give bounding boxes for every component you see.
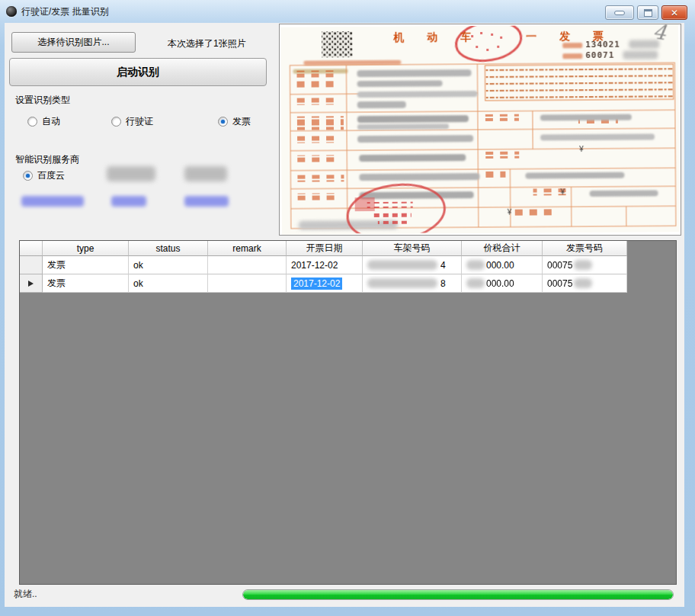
column-header-type[interactable]: type bbox=[43, 241, 129, 256]
radio-baidu-cloud[interactable]: 百度云 bbox=[23, 169, 65, 182]
radio-baidu-cloud-icon bbox=[23, 171, 33, 181]
radio-baidu-cloud-label: 百度云 bbox=[37, 169, 65, 182]
invoice-title-left: 机 动 车 bbox=[393, 30, 481, 45]
column-header-remark[interactable]: remark bbox=[208, 241, 287, 256]
cell-invoice-number[interactable]: 00075 bbox=[543, 256, 627, 274]
window-title: 行驶证/发票 批量识别 bbox=[21, 5, 109, 18]
radio-auto-label: 自动 bbox=[42, 115, 60, 128]
redacted-amount-prefix bbox=[466, 278, 485, 288]
cell-invoice-date[interactable]: 2017-12-02 bbox=[287, 256, 363, 274]
cell-type[interactable]: 发票 bbox=[43, 256, 129, 274]
maximize-button[interactable] bbox=[637, 5, 658, 20]
cell-type[interactable]: 发票 bbox=[43, 274, 129, 293]
table-header-row: type status remark 开票日期 车架号码 价税合计 发票号码 bbox=[20, 241, 676, 256]
redacted-invoice-number-tail bbox=[574, 278, 592, 288]
select-images-button[interactable]: 选择待识别图片... bbox=[11, 32, 136, 53]
invoice-preview-panel: 机 动 车 一 发 票 134021 60071 4 ¥ ¥ ¥ bbox=[279, 24, 681, 236]
amount-value: 000.00 bbox=[486, 260, 514, 271]
invoice-number-value: 60071 bbox=[585, 50, 614, 60]
frame-number-suffix: 4 bbox=[440, 260, 446, 271]
cell-status[interactable]: ok bbox=[129, 256, 208, 274]
radio-driving-license[interactable]: 行驶证 bbox=[111, 115, 153, 128]
cell-total-amount[interactable]: 000.00 bbox=[462, 256, 543, 274]
table-row[interactable]: 发票 ok 2017-12-02 4 000.00 00075 bbox=[20, 256, 676, 274]
service-provider-label: 智能识别服务商 bbox=[15, 153, 79, 166]
row-header-current[interactable] bbox=[20, 274, 43, 293]
currency-mark: ¥ bbox=[508, 208, 512, 217]
app-icon bbox=[6, 6, 17, 17]
cell-frame-number[interactable]: 4 bbox=[363, 256, 462, 274]
redacted-link-3[interactable] bbox=[184, 196, 229, 207]
invoice-number-prefix: 00075 bbox=[547, 260, 572, 271]
cell-total-amount[interactable]: 000.00 bbox=[462, 274, 543, 293]
title-bar[interactable]: 行驶证/发票 批量识别 ✕ bbox=[0, 0, 695, 23]
redacted-amount-prefix bbox=[466, 260, 485, 270]
amount-value: 000.00 bbox=[486, 278, 514, 289]
invoice-code-label-redacted bbox=[562, 43, 582, 48]
cell-invoice-number[interactable]: 00075 bbox=[543, 274, 627, 293]
invoice-photo: 机 动 车 一 发 票 134021 60071 4 ¥ ¥ ¥ bbox=[280, 24, 680, 235]
status-text: 就绪.. bbox=[14, 588, 37, 601]
column-header-invoice-number[interactable]: 发票号码 bbox=[543, 241, 627, 256]
window-controls: ✕ bbox=[605, 5, 687, 20]
radio-driving-license-icon bbox=[111, 117, 121, 127]
radio-driving-license-label: 行驶证 bbox=[126, 115, 153, 128]
redacted-provider-option-1 bbox=[107, 166, 155, 181]
progress-bar bbox=[242, 589, 674, 600]
cell-remark[interactable] bbox=[208, 274, 287, 293]
current-row-arrow-icon bbox=[28, 281, 34, 287]
redacted-link-1[interactable] bbox=[21, 196, 84, 207]
radio-auto-icon bbox=[27, 117, 37, 127]
app-window: 行驶证/发票 批量识别 ✕ 选择待识别图片... 本次选择了1张照片 启动识别 … bbox=[0, 0, 695, 616]
cell-frame-number[interactable]: 8 bbox=[363, 274, 462, 293]
minimize-icon bbox=[614, 11, 625, 15]
frame-number-suffix: 8 bbox=[440, 278, 446, 289]
invoice-code-value: 134021 bbox=[585, 40, 620, 50]
currency-mark: ¥ bbox=[561, 188, 565, 196]
recognition-type-label: 设置识别类型 bbox=[15, 94, 70, 107]
minimize-button[interactable] bbox=[605, 5, 634, 20]
redacted-provider-option-2 bbox=[184, 166, 227, 181]
currency-mark: ¥ bbox=[579, 145, 584, 153]
table-row-selected[interactable]: 发票 ok 2017-12-02 8 000.00 00075 bbox=[20, 274, 676, 293]
row-header[interactable] bbox=[20, 256, 43, 274]
invoice-photo-decoration bbox=[280, 24, 679, 234]
radio-invoice[interactable]: 发票 bbox=[218, 115, 251, 128]
invoice-number-redacted-tail bbox=[623, 50, 658, 59]
cell-status[interactable]: ok bbox=[129, 274, 208, 293]
radio-invoice-label: 发票 bbox=[232, 115, 251, 128]
redacted-link-2[interactable] bbox=[111, 196, 146, 207]
results-table: type status remark 开票日期 车架号码 价税合计 发票号码 发… bbox=[19, 240, 677, 585]
cell-invoice-date-selected[interactable]: 2017-12-02 bbox=[287, 274, 363, 293]
close-icon: ✕ bbox=[671, 8, 678, 18]
maximize-icon bbox=[644, 9, 652, 17]
client-area: 选择待识别图片... 本次选择了1张照片 启动识别 设置识别类型 自动 行驶证 … bbox=[5, 23, 684, 607]
close-button[interactable]: ✕ bbox=[661, 5, 687, 20]
column-header-frame-number[interactable]: 车架号码 bbox=[363, 241, 462, 256]
radio-invoice-icon bbox=[218, 117, 228, 127]
selection-count-label: 本次选择了1张照片 bbox=[168, 37, 246, 50]
start-recognition-button[interactable]: 启动识别 bbox=[9, 58, 267, 86]
cell-remark[interactable] bbox=[208, 256, 287, 274]
invoice-number-prefix: 00075 bbox=[547, 278, 572, 289]
invoice-number-label-redacted bbox=[562, 53, 582, 59]
column-header-total-amount[interactable]: 价税合计 bbox=[462, 241, 543, 256]
redacted-invoice-number-tail bbox=[574, 260, 592, 270]
redacted-frame-number bbox=[367, 278, 437, 288]
progress-fill bbox=[243, 590, 673, 599]
selected-date-value: 2017-12-02 bbox=[291, 278, 342, 290]
radio-auto[interactable]: 自动 bbox=[27, 115, 60, 128]
redacted-frame-number bbox=[367, 260, 437, 270]
column-header-status[interactable]: status bbox=[129, 241, 208, 256]
column-header-invoice-date[interactable]: 开票日期 bbox=[287, 241, 363, 256]
row-header-corner[interactable] bbox=[20, 241, 43, 256]
